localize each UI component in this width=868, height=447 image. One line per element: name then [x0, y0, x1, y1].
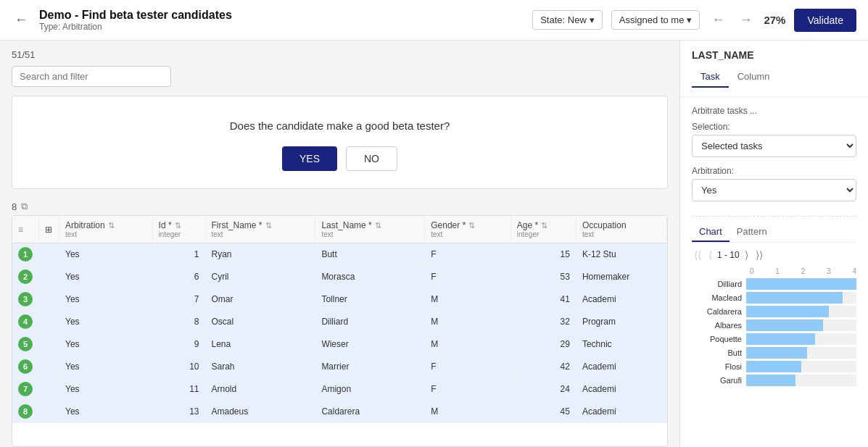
table-row[interactable]: 8 Yes 13 Amadeus Caldarera M 45 Academi [12, 401, 667, 423]
col-firstname: First_Name * ⇅ text [205, 216, 315, 243]
nav-forward-button[interactable]: → [736, 9, 755, 30]
yes-button[interactable]: YES [282, 146, 337, 171]
table-row[interactable]: 6 Yes 10 Sarah Marrier F 42 Academi [12, 356, 667, 378]
row-checkbox-cell [39, 266, 59, 288]
copy-icon[interactable]: ⧉ [21, 201, 28, 212]
row-arbitration: Yes [59, 243, 153, 266]
row-number-cell: 7 [12, 378, 39, 401]
prev-page-button[interactable]: ⟨ [706, 248, 714, 262]
state-button[interactable]: State: New ▾ [532, 10, 603, 30]
table-row[interactable]: 5 Yes 9 Lena Wieser M 29 Technic [12, 333, 667, 356]
row-checkbox-cell [39, 401, 59, 423]
right-panel-title: LAST_NAME [692, 49, 856, 61]
row-checkbox-cell [39, 243, 59, 266]
table-row[interactable]: 7 Yes 11 Arnold Amigon F 24 Academi [12, 378, 667, 401]
row-checkbox-cell [39, 288, 59, 311]
chart-tab[interactable]: Chart [692, 222, 729, 242]
validate-button[interactable]: Validate [794, 9, 856, 32]
row-occupation: Homemaker [576, 266, 666, 288]
chart-bar [746, 319, 823, 331]
row-id: 13 [152, 401, 205, 423]
row-count-number: 8 [12, 201, 17, 212]
sort-icon[interactable]: ⇅ [541, 221, 547, 230]
row-id: 1 [152, 243, 205, 266]
topbar: ← Demo - Find beta tester candidates Typ… [0, 0, 868, 41]
chart-label: Maclead [692, 293, 746, 302]
chart-bar-wrap [746, 333, 856, 345]
search-input[interactable] [12, 66, 171, 87]
question-card: Does the candidate make a good beta test… [12, 96, 668, 189]
row-arbitration: Yes [59, 266, 153, 288]
chart-bar [746, 292, 843, 304]
row-lastname: Butt [315, 243, 425, 266]
row-firstname: Ryan [205, 243, 315, 266]
chart-row: Butt [692, 347, 856, 359]
chart-row: Caldarera [692, 306, 856, 317]
assigned-button[interactable]: Assigned to me ▾ [611, 10, 700, 30]
sort-icon[interactable]: ⇅ [265, 221, 272, 230]
row-id: 9 [152, 333, 205, 356]
row-gender: F [425, 378, 511, 401]
row-age: 15 [511, 243, 576, 266]
table-row[interactable]: 4 Yes 8 Oscal Dilliard M 32 Program [12, 311, 667, 333]
chevron-down-icon: ▾ [687, 14, 692, 25]
table-row[interactable]: 3 Yes 7 Omar Tollner M 41 Academi [12, 288, 667, 311]
selection-dropdown[interactable]: Selected tasks All tasks Filtered tasks [692, 135, 856, 157]
row-lastname: Marrier [315, 356, 425, 378]
row-firstname: Oscal [205, 311, 315, 333]
row-number-cell: 3 [12, 288, 39, 311]
row-arbitration: Yes [59, 288, 153, 311]
row-number-cell: 1 [12, 243, 39, 266]
row-gender: M [425, 288, 511, 311]
row-gender: M [425, 311, 511, 333]
row-firstname: Arnold [205, 378, 315, 401]
col-gender: Gender * ⇅ text [425, 216, 511, 243]
chart-bar-wrap [746, 347, 856, 359]
right-panel-header: LAST_NAME Task Column [680, 41, 868, 97]
row-arbitration: Yes [59, 378, 153, 401]
right-tabs: Task Column [692, 67, 856, 88]
row-id: 10 [152, 356, 205, 378]
table-row[interactable]: 2 Yes 6 Cyril Morasca F 53 Homemaker [12, 266, 667, 288]
menu-icon[interactable]: ≡ [18, 225, 23, 235]
col-toggle-icon[interactable]: ⊞ [45, 225, 52, 235]
row-checkbox-cell [39, 356, 59, 378]
sort-icon[interactable]: ⇅ [375, 221, 381, 230]
row-age: 32 [511, 311, 576, 333]
arbitration-dropdown[interactable]: Yes No [692, 179, 856, 201]
row-id: 8 [152, 311, 205, 333]
row-gender: M [425, 401, 511, 423]
chart-label: Albares [692, 321, 746, 330]
first-page-button[interactable]: ⟨⟨ [692, 248, 703, 262]
chart-bar-wrap [746, 361, 856, 372]
chart-pattern-tabs: Chart Pattern [692, 222, 856, 243]
tab-task[interactable]: Task [692, 67, 729, 88]
back-button[interactable]: ← [12, 9, 30, 30]
data-table-container: ≡ ⊞ Arbitration ⇅ text [12, 215, 668, 447]
table-row[interactable]: 1 Yes 1 Ryan Butt F 15 K-12 Stu [12, 243, 667, 266]
sort-icon[interactable]: ⇅ [175, 221, 181, 230]
sort-icon[interactable]: ⇅ [468, 221, 475, 230]
tab-column[interactable]: Column [729, 67, 779, 88]
row-number-cell: 2 [12, 266, 39, 288]
sort-icon[interactable]: ⇅ [108, 221, 115, 230]
title-block: Demo - Find beta tester candidates Type:… [39, 9, 532, 32]
row-number-cell: 5 [12, 333, 39, 356]
col-occupation: Occupation text [576, 216, 666, 243]
row-occupation: K-12 Stu [576, 243, 666, 266]
row-lastname: Amigon [315, 378, 425, 401]
last-page-button[interactable]: ⟩⟩ [753, 248, 765, 262]
no-button[interactable]: NO [346, 146, 397, 171]
progress-label: 27% [764, 14, 785, 26]
chart-bar [746, 278, 856, 290]
row-arbitration: Yes [59, 356, 153, 378]
next-page-button[interactable]: ⟩ [743, 248, 751, 262]
chart-bar-wrap [746, 319, 856, 331]
row-firstname: Lena [205, 333, 315, 356]
col-arbitration: Arbitration ⇅ text [59, 216, 153, 243]
row-age: 53 [511, 266, 576, 288]
nav-back-button[interactable]: ← [708, 9, 727, 30]
row-firstname: Sarah [205, 356, 315, 378]
row-number-cell: 6 [12, 356, 39, 378]
pattern-tab[interactable]: Pattern [729, 222, 774, 242]
